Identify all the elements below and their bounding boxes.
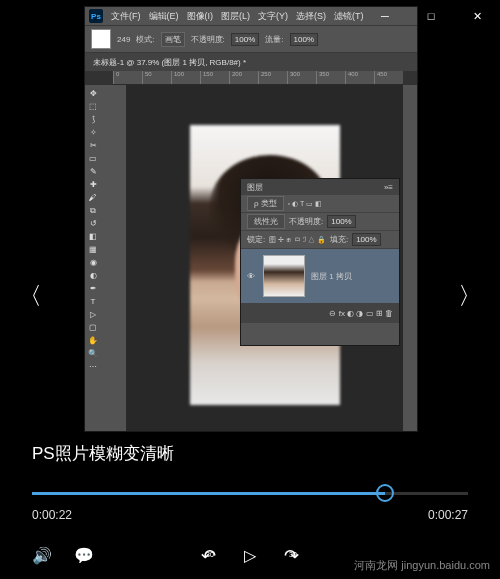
pen-tool[interactable]: ✒ <box>87 282 99 295</box>
path-tool[interactable]: ▷ <box>87 308 99 321</box>
lasso-tool[interactable]: ⟆ <box>87 113 99 126</box>
brush-preview[interactable] <box>91 29 111 49</box>
watermark: 河南龙网 jingyun.baidu.com <box>354 558 490 573</box>
total-time: 0:00:27 <box>428 508 468 522</box>
lock-icons[interactable]: 图 ✢ ⊕ ㅁ ℐ △ 🔒 <box>269 235 326 245</box>
menu-type[interactable]: 文字(Y) <box>258 10 288 23</box>
menu-select[interactable]: 选择(S) <box>296 10 326 23</box>
move-tool[interactable]: ✥ <box>87 87 99 100</box>
volume-icon[interactable]: 🔊 <box>32 546 52 565</box>
prev-arrow[interactable]: 〈 <box>18 280 42 312</box>
heal-tool[interactable]: ✚ <box>87 178 99 191</box>
zoom-tool[interactable]: 🔍 <box>87 347 99 360</box>
ps-logo: Ps <box>89 9 103 23</box>
wand-tool[interactable]: ✧ <box>87 126 99 139</box>
minimize-button[interactable]: ─ <box>362 0 408 32</box>
right-dock <box>403 85 417 431</box>
next-arrow[interactable]: 〉 <box>458 280 482 312</box>
layers-tab[interactable]: 图层 <box>247 182 263 193</box>
progress-thumb[interactable] <box>376 484 394 502</box>
fill-value[interactable]: 100% <box>352 233 380 246</box>
panel-menu-icon[interactable]: »≡ <box>384 183 393 192</box>
maximize-button[interactable]: □ <box>408 0 454 32</box>
frame-tool[interactable]: ▭ <box>87 152 99 165</box>
layer-opacity-value[interactable]: 100% <box>327 215 355 228</box>
gradient-tool[interactable]: ▦ <box>87 243 99 256</box>
close-button[interactable]: ✕ <box>454 0 500 32</box>
stamp-tool[interactable]: ⧉ <box>87 204 99 217</box>
eraser-tool[interactable]: ◧ <box>87 230 99 243</box>
layer-kind-filter[interactable]: ρ 类型 <box>247 196 284 211</box>
opacity-label: 不透明度: <box>191 34 225 45</box>
video-caption: PS照片模糊变清晰 <box>32 442 174 465</box>
opacity-value[interactable]: 100% <box>231 33 259 46</box>
hand-tool[interactable]: ✋ <box>87 334 99 347</box>
dodge-tool[interactable]: ◐ <box>87 269 99 282</box>
history-brush-tool[interactable]: ↺ <box>87 217 99 230</box>
document-tab[interactable]: 未标题-1 @ 37.9% (图层 1 拷贝, RGB/8#) * <box>85 53 417 71</box>
filter-icons[interactable]: ▫ ◐ T ▭ ◧ <box>288 200 322 208</box>
ruler-vertical <box>113 85 127 431</box>
blend-mode-select[interactable]: 线性光 <box>247 214 285 229</box>
fill-label: 填充: <box>330 234 348 245</box>
layer-thumbnail[interactable] <box>263 255 305 297</box>
layers-panel: 图层 »≡ ρ 类型 ▫ ◐ T ▭ ◧ 线性光 不透明度: 100% 锁定: … <box>240 178 400 346</box>
layers-footer: ⊖ fx ◐ ◑ ▭ ⊞ 🗑 <box>241 303 399 323</box>
edit-toolbar[interactable]: ⋯ <box>87 360 99 373</box>
lock-label: 锁定: <box>247 234 265 245</box>
visibility-icon[interactable]: 👁 <box>245 272 257 281</box>
progress-bar[interactable] <box>32 492 468 495</box>
layer-footer-icons[interactable]: ⊖ fx ◐ ◑ ▭ ⊞ 🗑 <box>329 309 393 318</box>
blur-tool[interactable]: ◉ <box>87 256 99 269</box>
brush-size: 249 <box>117 35 130 44</box>
menu-image[interactable]: 图像(I) <box>187 10 214 23</box>
mode-select[interactable]: 画笔 <box>161 32 185 47</box>
mode-label: 模式: <box>136 34 154 45</box>
crop-tool[interactable]: ✂ <box>87 139 99 152</box>
brush-tool[interactable]: 🖌 <box>87 191 99 204</box>
shape-tool[interactable]: ▢ <box>87 321 99 334</box>
skip-forward-button[interactable]: ↷30 <box>284 545 299 567</box>
menu-file[interactable]: 文件(F) <box>111 10 141 23</box>
eyedropper-tool[interactable]: ✎ <box>87 165 99 178</box>
layer-row[interactable]: 👁 图层 1 拷贝 <box>241 249 399 303</box>
marquee-tool[interactable]: ⬚ <box>87 100 99 113</box>
layer-name[interactable]: 图层 1 拷贝 <box>311 271 352 282</box>
layer-opacity-label: 不透明度: <box>289 216 323 227</box>
flow-value[interactable]: 100% <box>290 33 318 46</box>
subtitle-icon[interactable]: 💬 <box>74 546 94 565</box>
ruler-horizontal: 050100150200250300350400450 <box>113 71 403 85</box>
play-button[interactable]: ▷ <box>244 546 256 565</box>
skip-back-button[interactable]: ↶30 <box>201 545 216 567</box>
current-time: 0:00:22 <box>32 508 72 522</box>
menu-layer[interactable]: 图层(L) <box>221 10 250 23</box>
flow-label: 流量: <box>265 34 283 45</box>
tools-panel: ✥⬚ ⟆✧ ✂▭ ✎✚ 🖌⧉ ↺◧ ▦◉ ◐✒ T▷ ▢✋ 🔍⋯ <box>85 85 113 431</box>
type-tool[interactable]: T <box>87 295 99 308</box>
menu-edit[interactable]: 编辑(E) <box>149 10 179 23</box>
menu-filter[interactable]: 滤镜(T) <box>334 10 364 23</box>
